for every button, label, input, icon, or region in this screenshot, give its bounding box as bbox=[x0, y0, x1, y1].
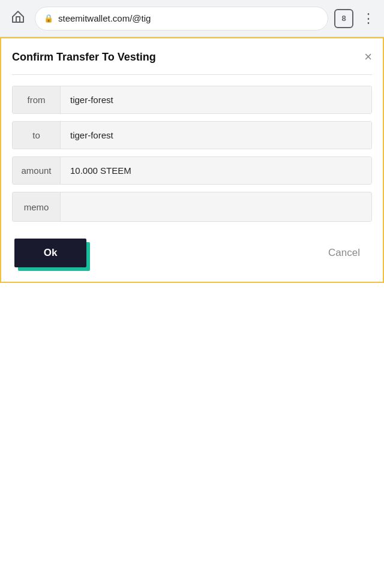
to-value: tiger-forest bbox=[61, 122, 371, 149]
dialog-title: Confirm Transfer To Vesting bbox=[12, 51, 156, 64]
browser-menu-button[interactable]: ⋮ bbox=[359, 8, 377, 29]
lock-icon: 🔒 bbox=[44, 14, 53, 23]
dialog-header: Confirm Transfer To Vesting × bbox=[12, 50, 372, 64]
home-button[interactable] bbox=[7, 8, 29, 29]
from-field-row: from tiger-forest bbox=[12, 86, 372, 114]
address-bar[interactable]: 🔒 steemitwallet.com/@tig bbox=[35, 7, 328, 31]
page-content: Confirm Transfer To Vesting × from tiger… bbox=[0, 37, 384, 588]
amount-value: 10.000 STEEM bbox=[61, 157, 371, 184]
memo-field-row: memo bbox=[12, 192, 372, 222]
tab-count-badge[interactable]: 8 bbox=[334, 9, 353, 28]
ok-button-wrap: Ok bbox=[14, 239, 86, 267]
amount-label: amount bbox=[13, 157, 61, 184]
memo-label: memo bbox=[13, 192, 61, 221]
from-value: tiger-forest bbox=[61, 86, 371, 113]
divider bbox=[12, 74, 372, 75]
browser-toolbar: 🔒 steemitwallet.com/@tig 8 ⋮ bbox=[0, 0, 384, 37]
ok-button[interactable]: Ok bbox=[14, 239, 86, 267]
to-label: to bbox=[13, 122, 61, 149]
cancel-button[interactable]: Cancel bbox=[319, 241, 370, 265]
confirm-transfer-dialog: Confirm Transfer To Vesting × from tiger… bbox=[0, 37, 384, 283]
to-field-row: to tiger-forest bbox=[12, 121, 372, 149]
amount-field-row: amount 10.000 STEEM bbox=[12, 156, 372, 185]
memo-value[interactable] bbox=[61, 192, 371, 221]
url-text: steemitwallet.com/@tig bbox=[58, 13, 151, 23]
close-button[interactable]: × bbox=[364, 50, 372, 64]
button-row: Ok Cancel bbox=[12, 239, 372, 267]
home-icon bbox=[11, 10, 25, 28]
from-label: from bbox=[13, 86, 61, 113]
